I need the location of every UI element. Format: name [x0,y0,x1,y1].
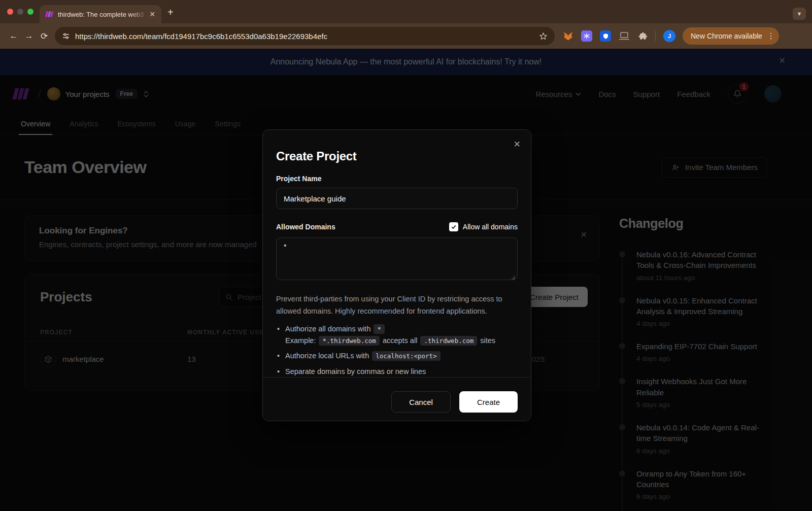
browser-toolbar: ← → ⟳ https://thirdweb.com/team/fcd19491… [0,23,812,49]
modal-body: ✕ Create Project Project Name Allowed Do… [263,130,531,377]
minimize-window-button[interactable] [17,9,23,15]
bullet-text: Authorize all domains with [285,325,370,333]
chrome-menu-icon[interactable]: ⋮ [767,31,775,41]
toolbar-divider [655,31,656,41]
modal-title: Create Project [276,149,518,163]
modal-footer: Cancel Create [263,377,531,421]
bullet-text: Separate domains by commas or new lines [285,367,426,376]
code-chip: localhost:<port> [372,351,440,361]
address-bar[interactable]: https://thirdweb.com/team/fcd194917bc9c6… [55,27,555,45]
domains-textarea-wrap: * [276,231,518,282]
bullet-authorize-local: Authorize local URLs with localhost:<por… [276,350,518,361]
close-window-button[interactable] [7,9,13,15]
allowed-domains-textarea[interactable]: * [276,237,518,280]
bullet-text: Example: [285,336,316,345]
allowed-domains-row: Allowed Domains Allow all domains [276,222,518,231]
snowflake-extension-icon[interactable] [581,30,592,42]
tab-strip: thirdweb: The complete web3 ✕ + ▼ [0,0,812,23]
bullet-authorize-all: Authorize all domains with * Example: *.… [276,323,518,346]
checkmark-icon [451,224,457,230]
cancel-button[interactable]: Cancel [391,391,451,413]
allow-all-checkbox[interactable] [449,222,458,231]
code-chip: .thirdweb.com [420,336,477,346]
site-info-icon[interactable] [62,32,70,40]
bullet-text: Authorize local URLs with [285,352,369,360]
code-chip: * [374,324,385,334]
url-text[interactable]: https://thirdweb.com/team/fcd194917bc9c6… [75,32,535,41]
browser-tab[interactable]: thirdweb: The complete web3 ✕ [40,5,161,23]
allowed-domains-label: Allowed Domains [276,223,335,231]
domains-bullet-list: Authorize all domains with * Example: *.… [276,323,518,377]
tab-title: thirdweb: The complete web3 [58,11,148,18]
allow-all-domains-control[interactable]: Allow all domains [449,222,518,231]
tab-close-icon[interactable]: ✕ [148,10,156,18]
tab-search-chevron-icon[interactable]: ▼ [793,8,806,20]
code-chip: *.thirdweb.com [319,336,379,346]
back-icon[interactable]: ← [6,28,21,44]
metamask-icon[interactable] [563,31,573,42]
new-chrome-label: New Chrome available [691,32,762,40]
domains-help-text: Prevent third-parties from using your Cl… [276,293,518,317]
reload-icon[interactable]: ⟳ [37,28,52,44]
create-project-modal: ✕ Create Project Project Name Allowed Do… [262,129,531,421]
zoom-window-button[interactable] [27,9,33,15]
project-name-input[interactable] [276,188,518,209]
thirdweb-favicon [45,11,54,17]
bullet-text: sites [480,336,495,345]
laptop-extension-icon[interactable] [619,31,630,41]
bullet-separate-domains: Separate domains by commas or new lines [276,366,518,377]
allow-all-label: Allow all domains [463,223,518,231]
browser-chrome: thirdweb: The complete web3 ✕ + ▼ ← → ⟳ … [0,0,812,49]
extensions-puzzle-icon[interactable] [637,31,648,41]
window-controls[interactable] [7,9,33,15]
new-tab-button[interactable]: + [167,7,174,17]
forward-icon[interactable]: → [21,28,37,44]
chrome-profile-avatar[interactable]: J [663,30,675,42]
project-name-label: Project Name [276,175,518,183]
new-chrome-available-button[interactable]: New Chrome available ⋮ [683,27,779,45]
bookmark-star-icon[interactable] [539,32,548,41]
bullet-text: accepts all [383,336,418,345]
modal-close-icon[interactable]: ✕ [514,139,521,150]
extension-icons: J [563,30,675,42]
create-button[interactable]: Create [459,391,518,413]
bitwarden-shield-icon[interactable] [600,30,611,42]
